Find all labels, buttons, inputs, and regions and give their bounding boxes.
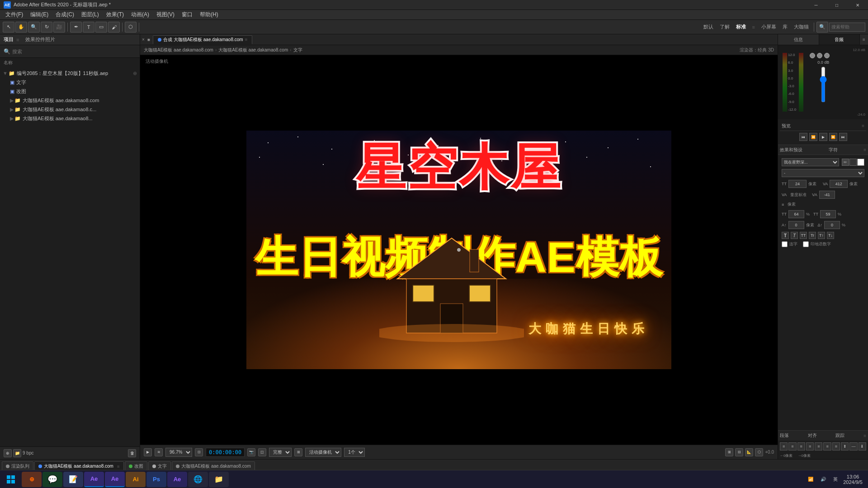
taskbar-app-ai[interactable]: Ai — [126, 472, 146, 487]
audio-knob-1[interactable] — [810, 53, 815, 58]
bold-btn[interactable]: T — [782, 232, 789, 239]
tray-network[interactable]: 📶 — [806, 477, 815, 482]
tree-item-daka3[interactable]: ▶ 📁 大咖猫AE模板 aae.dakamao8... — [1, 114, 139, 123]
menu-item-L[interactable]: 图层(L) — [78, 10, 103, 20]
audio-knob-3[interactable] — [824, 53, 830, 58]
menu-item-T[interactable]: 效果(T) — [103, 10, 127, 20]
menu-item-C[interactable]: 合成(C) — [52, 10, 78, 20]
kerning-input[interactable] — [819, 191, 835, 199]
workspace-standard[interactable]: 标准 — [733, 23, 749, 30]
taskbar-app-wechat[interactable]: 💬 — [42, 472, 62, 487]
menu-item-E[interactable]: 编辑(E) — [27, 10, 52, 20]
color-swatch-stroke[interactable] — [857, 159, 864, 166]
tray-lang[interactable]: 英 — [831, 476, 840, 483]
search-help-button[interactable]: 🔍 — [816, 22, 828, 33]
snapshot-btn[interactable]: 📷 — [247, 448, 255, 456]
tt-btn[interactable]: TT — [800, 232, 807, 239]
tool-shape[interactable]: ▭ — [95, 22, 107, 33]
workspace-daka[interactable]: 大咖猫 — [791, 23, 811, 30]
comp-tab-menu-1[interactable]: ≡ — [117, 464, 120, 469]
fit-btn[interactable]: ⊡ — [195, 448, 203, 456]
workspace-learn[interactable]: 了解 — [717, 23, 732, 30]
zoom-select[interactable]: 96.7% — [165, 448, 192, 457]
taskbar-app-ae2[interactable]: Ae — [105, 472, 125, 487]
align-right-btn[interactable]: ≡ — [797, 442, 805, 450]
para-menu[interactable]: ≡ — [863, 433, 866, 438]
motion-blur-btn[interactable]: ≋ — [155, 448, 163, 456]
pencil-icon[interactable]: ✏ — [842, 159, 849, 166]
align-left-btn[interactable]: ≡ — [780, 442, 788, 450]
tree-item-wenzi[interactable]: ▣ 文字 — [1, 78, 139, 87]
tool-camera[interactable]: 🎥 — [53, 22, 65, 33]
quality-select[interactable]: 完整 — [269, 448, 292, 457]
scale-v-input[interactable] — [820, 210, 836, 218]
tool-zoom[interactable]: 🔍 — [28, 22, 40, 33]
sub-btn[interactable]: T↓ — [827, 232, 834, 239]
render-btn[interactable]: ▶ — [144, 448, 152, 456]
align-bot-btn[interactable]: ⬇ — [859, 442, 866, 450]
italic-btn[interactable]: T — [791, 232, 798, 239]
audio-slider-left[interactable] — [810, 66, 837, 103]
menu-item-F[interactable]: 文件(F) — [2, 10, 27, 20]
minimize-button[interactable]: ─ — [806, 0, 826, 10]
prev-first-btn[interactable]: ⏮ — [799, 133, 807, 141]
folder-button[interactable]: 📁 — [13, 449, 21, 457]
show-channel-btn[interactable]: ◫ — [258, 448, 266, 456]
camera-select[interactable]: 活动摄像机 — [305, 448, 341, 457]
taskbar-app-notepad[interactable]: 📝 — [63, 472, 83, 487]
tree-item-daka2[interactable]: ▶ 📁 大咖猫AE模板 aae.dakamao8.c... — [1, 105, 139, 114]
grid-btn[interactable]: ⊞ — [725, 448, 733, 456]
guides-btn[interactable]: ⊟ — [735, 448, 743, 456]
tree-item-daka1[interactable]: ▶ 📁 大咖猫AE模板 aae.dakamao8.com — [1, 96, 139, 105]
baseline-shift-input[interactable] — [788, 221, 804, 229]
bc-item-1[interactable]: 大咖猫AE模板 aae.dakamao8.com — [144, 47, 213, 53]
super-btn[interactable]: T↑ — [818, 232, 825, 239]
menu-item-V[interactable]: 视图(V) — [153, 10, 178, 20]
taskbar-app-browser[interactable]: ⊕ — [22, 472, 42, 487]
tool-puppet[interactable]: ⬡ — [125, 22, 137, 33]
ligature-checkbox[interactable] — [782, 241, 788, 247]
taskbar-app-ps[interactable]: Ps — [146, 472, 166, 487]
delete-button[interactable]: 🗑 — [128, 449, 136, 457]
expand-btn[interactable]: ⊞ — [294, 448, 302, 456]
align-mid-btn[interactable]: — — [849, 442, 857, 450]
tool-select[interactable]: ↖ — [3, 22, 14, 33]
info-tab[interactable]: 信息 — [778, 34, 819, 45]
new-comp-button[interactable]: ⊕ — [4, 449, 12, 457]
align-dist-btn[interactable]: ≡ — [823, 442, 831, 450]
search-help-input[interactable] — [829, 23, 865, 32]
panel-menu-btn[interactable]: ≡ — [860, 34, 868, 45]
views-select[interactable]: 1个 — [344, 448, 365, 457]
align-tab-label[interactable]: 对齐 — [808, 432, 817, 439]
font-size-input[interactable] — [788, 180, 807, 188]
justify-left-btn[interactable]: ≡ — [806, 442, 814, 450]
audio-tab[interactable]: 音频 — [819, 34, 860, 45]
rulers-btn[interactable]: 📐 — [745, 448, 753, 456]
align-full-btn[interactable]: ≡ — [832, 442, 840, 450]
tsume-input[interactable] — [824, 221, 840, 229]
menu-item-[interactable]: 窗口 — [178, 10, 196, 20]
prev-fwd-btn[interactable]: ⏩ — [829, 133, 837, 141]
project-tab-label[interactable]: 项目 — [4, 36, 14, 43]
viewer-area[interactable]: 活动摄像机 — [140, 55, 778, 445]
prev-last-btn[interactable]: ⏭ — [839, 133, 847, 141]
tray-volume[interactable]: 🔊 — [819, 477, 828, 482]
taskbar-app-explorer[interactable]: 📁 — [209, 472, 229, 487]
tr-btn[interactable]: Tr — [809, 232, 816, 239]
workspace-library[interactable]: 库 — [780, 23, 790, 30]
effects-menu[interactable]: ≡ — [863, 147, 866, 152]
track-tab-label[interactable]: 跟踪 — [835, 432, 844, 439]
bc-item-2[interactable]: 大咖猫AE模板 aae.dakamao8.com — [218, 47, 288, 53]
3d-btn[interactable]: ⬡ — [755, 448, 763, 456]
effects-tab-label[interactable]: 效果控件照片 — [25, 36, 55, 43]
tracking-input[interactable] — [830, 180, 848, 188]
font-family-select[interactable]: 我在星野深... — [782, 158, 839, 166]
tree-item-root[interactable]: ▼ 📁 编号2085：星空木屋【20版】11秒版.aep ⊕ — [1, 69, 139, 78]
taskbar-app-ae3[interactable]: Ae — [167, 472, 187, 487]
color-swatch-fill[interactable] — [849, 159, 857, 166]
comp-tab-main[interactable]: 合成 大咖猫AE模板 aae.dakamao8.com ≡ — [153, 35, 253, 44]
taskbar-app-ae1[interactable]: Ae — [84, 472, 104, 487]
tool-text[interactable]: T — [83, 22, 94, 33]
align-center-btn[interactable]: ≡ — [788, 442, 796, 450]
start-button[interactable] — [2, 472, 20, 487]
